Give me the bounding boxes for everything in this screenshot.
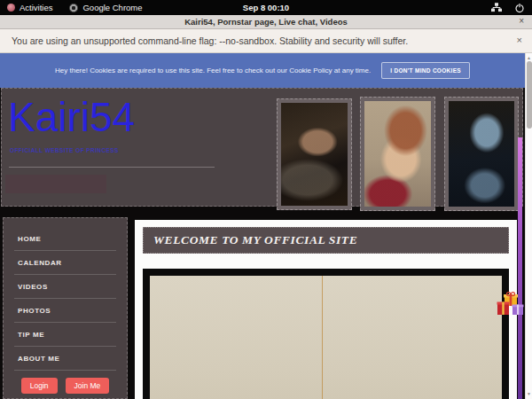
page-viewport: Hey there! Cookies are required to use t… [0,53,532,399]
gift-icon[interactable] [497,291,525,317]
window-title: Kairi54, Pornstar page, Live chat, Video… [0,17,532,27]
power-icon[interactable] [514,3,525,13]
infobar-message: You are using an unsupported command-lin… [12,35,408,46]
sidebar-item-label: CALENDAR [14,259,62,267]
thumbnail-photo-placeholder [364,101,431,207]
desktop-top-bar: Activities Google Chrome Sep 8 00:10 [0,0,532,15]
purple-accent-line [518,137,522,399]
sidebar-item-about-me[interactable]: ABOUT ME [14,347,116,371]
window-close-button[interactable]: × [519,16,524,26]
activities-button[interactable]: Activities [20,3,52,12]
site-tagline: OFFICIALL WEBSITE OF PRINCESS [10,147,119,153]
sidebar-item-home[interactable]: HOME [14,227,116,251]
cookie-message: Hey there! Cookies are required to use t… [55,66,371,74]
scrollbar[interactable]: ▲ ▼ [525,53,532,399]
login-button[interactable]: Login [21,378,58,394]
photo-thumbnail-3[interactable] [444,97,519,211]
header-accent-box [5,175,106,193]
sidebar-item-videos[interactable]: VIDEOS [14,275,116,299]
welcome-heading: WELCOME TO MY OFFICIAL SITE [143,227,509,254]
top-bar-left: Activities Google Chrome [0,3,143,12]
sidebar-item-tip-me[interactable]: TIP ME [14,323,116,347]
sidebar-item-label: VIDEOS [14,283,48,291]
main-content: WELCOME TO MY OFFICIAL SITE [135,220,517,399]
header-divider [9,167,215,168]
browser-title-bar[interactable]: Kairi54, Pornstar page, Live chat, Video… [0,15,532,29]
cookie-banner: Hey there! Cookies are required to use t… [0,53,525,88]
main-photo-placeholder [150,276,502,399]
sidebar-item-calendar[interactable]: CALENDAR [14,251,116,275]
thumbnail-photo-placeholder [281,103,348,206]
sidebar-item-label: HOME [14,235,41,243]
photo-thumbnail-1[interactable] [277,98,352,210]
scrollbar-down-arrow[interactable]: ▼ [526,391,532,396]
screen: Activities Google Chrome Sep 8 00:10 [0,0,532,399]
record-indicator-icon [7,4,15,12]
app-menu-button[interactable]: Google Chrome [82,3,142,12]
scrollbar-up-arrow[interactable]: ▲ [526,55,532,60]
thumbnail-photo-placeholder [449,101,514,207]
join-me-button[interactable]: Join Me [66,378,110,394]
chrome-icon [69,4,78,12]
sidebar-item-label: PHOTOS [14,307,51,315]
cookie-accept-button[interactable]: I DON'T MIND COOKIES [381,62,470,79]
sidebar-item-label: TIP ME [14,331,44,339]
system-tray [491,0,525,15]
photo-thumbnail-2[interactable] [360,97,435,211]
network-icon[interactable] [491,3,502,12]
scrollbar-thumb[interactable] [527,61,532,129]
main-photo-frame [143,269,509,399]
sidebar-item-label: ABOUT ME [14,355,59,363]
sidebar-button-row: Login Join Me [4,378,127,394]
chrome-infobar: You are using an unsupported command-lin… [0,29,532,53]
sidebar-nav: HOME CALENDAR VIDEOS PHOTOS TIP ME ABOUT… [3,217,128,399]
sidebar-item-photos[interactable]: PHOTOS [14,299,116,323]
site-logo[interactable]: Kairi54 [8,92,135,142]
infobar-close-button[interactable]: × [517,35,522,45]
